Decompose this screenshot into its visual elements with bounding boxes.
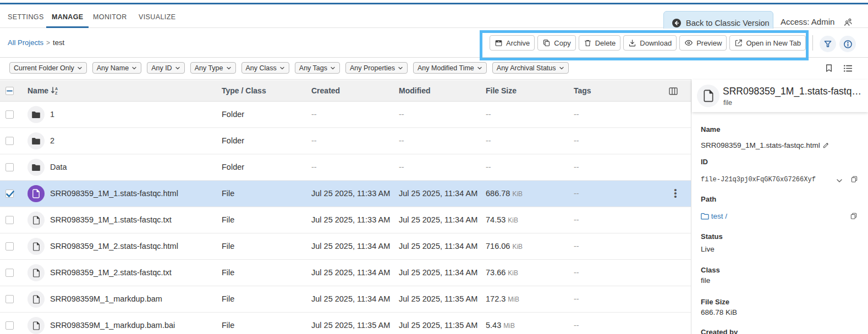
svg-text:Z: Z [55,91,58,95]
svg-text:A: A [55,87,58,91]
